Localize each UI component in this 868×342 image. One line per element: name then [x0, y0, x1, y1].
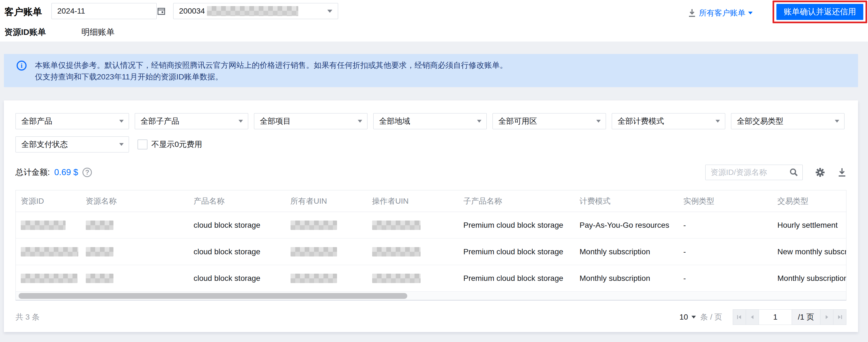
- redacted-operator-uin: [372, 220, 421, 230]
- customer-select[interactable]: 200034: [173, 3, 338, 19]
- banner-line-1: 本账单仅提供参考。默认情况下，经销商按照腾讯云官方网站上的价格进行销售。如果有任…: [35, 60, 507, 71]
- page-number-cell: [759, 309, 792, 325]
- filter-billing-mode[interactable]: 全部计费模式: [612, 113, 725, 129]
- col-instance-type: 实例类型: [679, 190, 773, 212]
- chevron-down-icon: [119, 120, 124, 123]
- first-page-button[interactable]: [733, 309, 746, 325]
- cell-transaction-type: New monthly subscription: [773, 239, 846, 265]
- chevron-down-icon: [477, 120, 482, 123]
- info-banner: i 本账单仅提供参考。默认情况下，经销商按照腾讯云官方网站上的价格进行销售。如果…: [4, 54, 858, 87]
- chevron-down-icon: [119, 143, 124, 146]
- download-icon[interactable]: [838, 168, 846, 177]
- table-row: cloud block storage Premium cloud block …: [16, 239, 846, 265]
- col-transaction-type: 交易类型: [773, 190, 846, 212]
- page-prev-icon: [749, 314, 755, 320]
- chevron-down-icon: [691, 316, 696, 318]
- top-bar: 客户账单 200034 所有客户账单: [0, 0, 868, 41]
- redacted-resource-name: [86, 220, 114, 230]
- pagination: 10 条 / 页: [680, 309, 847, 325]
- page-size-select[interactable]: 10: [680, 313, 696, 321]
- filter-row-1: 全部产品 全部子产品 全部项目 全部地域 全部可用区 全部计费模式 全部交易类型: [16, 113, 846, 129]
- prev-page-button[interactable]: [746, 309, 759, 325]
- redacted-operator-uin: [372, 247, 421, 256]
- all-customer-bills-label: 所有客户账单: [699, 8, 745, 18]
- redacted-resource-id: [21, 247, 78, 256]
- cell-product-name: cloud block storage: [189, 265, 285, 292]
- all-customer-bills-link[interactable]: 所有客户账单: [688, 8, 753, 18]
- filter-transaction-type[interactable]: 全部交易类型: [731, 113, 844, 129]
- redacted-resource-name: [86, 274, 114, 283]
- redacted-operator-uin: [372, 274, 421, 283]
- resource-search-input[interactable]: [706, 165, 785, 180]
- filter-region[interactable]: 全部地域: [373, 113, 487, 129]
- filter-row-2: 全部支付状态 不显示0元费用: [16, 136, 846, 152]
- cell-instance-type: -: [679, 265, 773, 292]
- customer-uin-prefix: 200034: [179, 7, 205, 15]
- page-last-icon: [837, 314, 843, 320]
- search-icon[interactable]: [785, 165, 802, 180]
- cell-subproduct-name: Premium cloud block storage: [459, 265, 575, 292]
- page-number-input[interactable]: [759, 310, 792, 324]
- total-amount-value: 0.69 $: [54, 167, 78, 177]
- table-toolbar: [705, 165, 846, 180]
- hide-zero-fee-group: 不显示0元费用: [137, 139, 202, 150]
- bill-card: 全部产品 全部子产品 全部项目 全部地域 全部可用区 全部计费模式 全部交易类型…: [4, 100, 858, 332]
- col-product-name: 产品名称: [189, 190, 285, 212]
- col-resource-id: 资源ID: [16, 190, 81, 212]
- cell-instance-type: -: [679, 212, 773, 239]
- total-pages-label: /1 页: [792, 309, 820, 325]
- chevron-down-icon: [596, 120, 601, 123]
- resource-search-box: [705, 165, 803, 180]
- red-annotation-highlight: 账单确认并返还信用: [773, 1, 867, 23]
- calendar-icon[interactable]: [157, 7, 165, 15]
- col-resource-name: 资源名称: [81, 190, 189, 212]
- cell-billing-mode: Monthly subscription: [575, 239, 679, 265]
- col-billing-mode: 计费模式: [575, 190, 679, 212]
- col-owner-uin: 所有者UIN: [285, 190, 367, 212]
- scrollbar-thumb[interactable]: [19, 293, 407, 299]
- redacted-resource-id: [21, 220, 66, 230]
- table-row: cloud block storage Premium cloud block …: [16, 265, 846, 292]
- redacted-owner-uin: [290, 274, 337, 283]
- per-page-label: 条 / 页: [700, 312, 722, 322]
- cell-subproduct-name: Premium cloud block storage: [459, 212, 575, 239]
- filter-product[interactable]: 全部产品: [16, 113, 129, 129]
- chevron-down-icon: [716, 120, 720, 123]
- billing-month-input[interactable]: [57, 7, 157, 15]
- tab-resource-id-bill[interactable]: 资源ID账单: [4, 27, 46, 43]
- table-row: cloud block storage Premium cloud block …: [16, 212, 846, 239]
- cell-subproduct-name: Premium cloud block storage: [459, 239, 575, 265]
- table-header-row: 资源ID 资源名称 产品名称 所有者UIN 操作者UIN 子产品名称 计费模式 …: [16, 190, 846, 212]
- resource-bill-table: 资源ID 资源名称 产品名称 所有者UIN 操作者UIN 子产品名称 计费模式 …: [16, 190, 846, 292]
- content-area: i 本账单仅提供参考。默认情况下，经销商按照腾讯云官方网站上的价格进行销售。如果…: [0, 41, 868, 342]
- filter-zone[interactable]: 全部可用区: [493, 113, 606, 129]
- last-page-button[interactable]: [833, 309, 846, 325]
- hide-zero-fee-label: 不显示0元费用: [151, 139, 202, 150]
- summary-row: 总计金额: 0.69 $ ?: [16, 165, 846, 180]
- billing-month-picker[interactable]: [52, 3, 157, 19]
- chevron-down-icon: [748, 11, 753, 14]
- table-footer: 共 3 条 10 条 / 页: [16, 309, 846, 325]
- cell-product-name: cloud block storage: [189, 212, 285, 239]
- bill-tabs: 资源ID账单 明细账单: [4, 27, 115, 43]
- confirm-bill-return-credit-button[interactable]: 账单确认并返还信用: [776, 4, 863, 20]
- filter-subproduct[interactable]: 全部子产品: [135, 113, 248, 129]
- col-subproduct-name: 子产品名称: [459, 190, 575, 212]
- filter-payment-status[interactable]: 全部支付状态: [16, 136, 129, 152]
- pager-controls: /1 页: [733, 309, 846, 325]
- gear-icon[interactable]: [815, 168, 825, 177]
- cell-billing-mode: Pay-As-You-Go resources: [575, 212, 679, 239]
- redacted-resource-name: [86, 247, 114, 256]
- page-next-icon: [824, 314, 830, 320]
- banner-line-2: 仅支持查询和下载2023年11月开始的资源ID账单数据。: [35, 71, 507, 83]
- filter-project[interactable]: 全部项目: [254, 113, 368, 129]
- next-page-button[interactable]: [820, 309, 833, 325]
- info-icon: i: [17, 61, 27, 70]
- download-icon[interactable]: [688, 8, 696, 18]
- page-title: 客户账单: [4, 5, 42, 18]
- help-icon[interactable]: ?: [83, 168, 92, 177]
- redacted-customer-name: [207, 6, 298, 16]
- tab-detail-bill[interactable]: 明细账单: [81, 27, 115, 43]
- hide-zero-fee-checkbox[interactable]: [137, 139, 148, 149]
- horizontal-scrollbar[interactable]: [16, 292, 846, 301]
